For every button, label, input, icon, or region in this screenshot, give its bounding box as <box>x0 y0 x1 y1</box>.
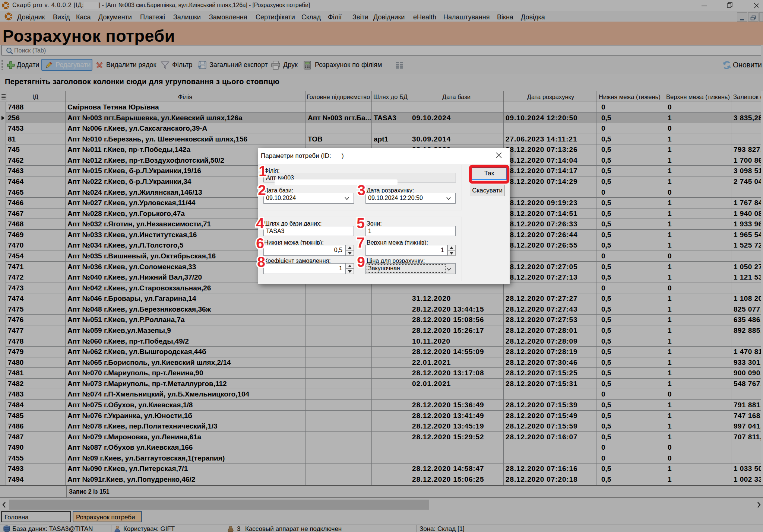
svg-text:9: 9 <box>357 254 365 270</box>
svg-text:4: 4 <box>256 215 264 231</box>
svg-text:8: 8 <box>257 254 265 270</box>
svg-text:2: 2 <box>258 182 266 198</box>
svg-text:1: 1 <box>259 163 267 179</box>
svg-text:3: 3 <box>357 182 365 198</box>
svg-text:5: 5 <box>357 215 365 231</box>
svg-text:6: 6 <box>256 235 264 251</box>
svg-text:7: 7 <box>357 235 365 251</box>
